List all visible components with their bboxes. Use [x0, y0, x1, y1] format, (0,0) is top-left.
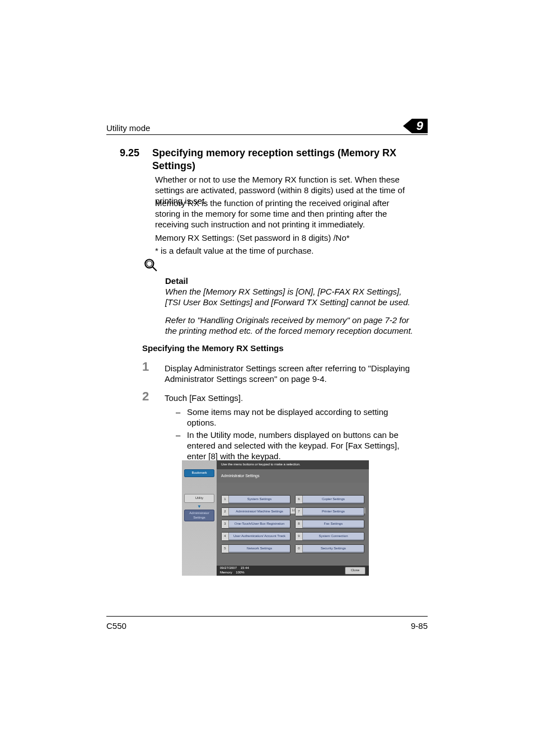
- button-number: 3: [222, 520, 229, 528]
- running-header-text: Utility mode: [106, 123, 150, 133]
- ts-instruction-bar: Use the menu buttons or keypad to make a…: [217, 460, 369, 469]
- button-label: Security Settings: [305, 547, 364, 551]
- ts-breadcrumb-text: Administrator Settings: [221, 474, 259, 479]
- close-button[interactable]: Close: [345, 567, 366, 575]
- ts-button-grid: 1 System Settings 6 Copier Settings 2 Ad…: [221, 495, 364, 553]
- button-number: 0: [296, 545, 303, 553]
- bookmark-tab[interactable]: Bookmark: [184, 469, 214, 477]
- step-2: 2 Touch [Fax Settings]. – Some items may…: [142, 393, 414, 463]
- paragraph-4: * is a default value at the time of purc…: [155, 245, 414, 256]
- network-settings-button[interactable]: 5 Network Settings: [221, 544, 291, 553]
- button-label: Printer Settings: [305, 510, 364, 514]
- page-footer: C550 9-85: [106, 616, 428, 631]
- system-connection-button[interactable]: 9 System Connection: [295, 532, 364, 541]
- fax-settings-button[interactable]: 8 Fax Settings: [295, 520, 364, 529]
- detail-label: Detail: [165, 276, 414, 286]
- step-2-bullet-2: – In the Utility mode, numbers displayed…: [176, 430, 414, 462]
- step-1-text: Display Administrator Settings screen af…: [165, 363, 410, 384]
- printer-settings-button[interactable]: 7 Printer Settings: [295, 507, 364, 516]
- subheading: Specifying the Memory RX Settings: [142, 343, 414, 353]
- button-label: User Authentication/ Account Track: [231, 534, 290, 539]
- step-2-number: 2: [142, 390, 153, 463]
- button-label: System Settings: [231, 497, 290, 502]
- button-number: 4: [222, 533, 229, 540]
- chapter-number: 9: [412, 119, 428, 133]
- status-mem-label: Memory: [220, 571, 232, 574]
- copier-settings-button[interactable]: 6 Copier Settings: [295, 495, 364, 504]
- button-number: 9: [296, 533, 303, 540]
- button-number: 6: [296, 496, 303, 503]
- touchscreen-figure: Bookmark Utility ▼ Administrator Setting…: [182, 460, 369, 576]
- admin-settings-button[interactable]: Administrator Settings: [184, 510, 214, 521]
- button-label: System Connection: [305, 534, 364, 539]
- down-arrow-icon: ▼: [182, 504, 217, 510]
- page: Utility mode 9 9.25 Specifying memory re…: [0, 0, 534, 756]
- step-1: 1 Display Administrator Settings screen …: [142, 363, 414, 384]
- step-2-bullet-2-text: In the Utility mode, numbers displayed o…: [187, 430, 414, 462]
- step-2-bullet-1-text: Some items may not be displayed accordin…: [187, 407, 414, 428]
- magnifier-icon: [143, 258, 158, 272]
- status-left: 09/27/2007 15:44 Memory 100%: [220, 566, 249, 575]
- chapter-badge: 9: [403, 119, 428, 133]
- admin-machine-settings-button[interactable]: 2 Administrator/ Machine Settings: [221, 507, 291, 516]
- button-label: Administrator/ Machine Settings: [231, 510, 290, 514]
- utility-button[interactable]: Utility: [184, 494, 214, 503]
- detail-text-1: When the [Memory RX Settings] is [ON], […: [165, 286, 414, 307]
- running-header: Utility mode 9: [106, 119, 428, 135]
- dash-icon: –: [176, 407, 182, 428]
- step-1-number: 1: [142, 361, 153, 384]
- button-number: 8: [296, 520, 303, 528]
- one-touch-user-box-button[interactable]: 3 One-Touch/User Box Registration: [221, 520, 291, 529]
- footer-right: 9-85: [411, 620, 428, 631]
- step-2-text: Touch [Fax Settings].: [165, 393, 243, 403]
- paragraph-3: Memory RX Settings: (Set password in 8 d…: [155, 232, 414, 243]
- button-number: 1: [222, 496, 229, 503]
- ts-left-panel: Bookmark Utility ▼ Administrator Setting…: [182, 460, 217, 576]
- paragraph-2: Memory RX is the function of printing th…: [155, 198, 414, 230]
- system-settings-button[interactable]: 1 System Settings: [221, 495, 291, 504]
- button-label: Network Settings: [231, 547, 290, 551]
- button-label: Copier Settings: [305, 497, 364, 502]
- button-number: 7: [296, 508, 303, 516]
- button-number: 5: [222, 545, 229, 553]
- user-auth-account-track-button[interactable]: 4 User Authentication/ Account Track: [221, 532, 291, 541]
- button-number: 2: [222, 508, 229, 516]
- ts-breadcrumb: Administrator Settings: [217, 469, 369, 483]
- step-2-bullet-1: – Some items may not be displayed accord…: [176, 407, 414, 428]
- dash-icon: –: [176, 430, 182, 462]
- section-heading: 9.25 Specifying memory reception setting…: [120, 147, 414, 172]
- ts-instruction-text: Use the menu buttons or keypad to make a…: [221, 463, 301, 467]
- step-2-bullets: – Some items may not be displayed accord…: [165, 407, 414, 461]
- status-mem: 100%: [236, 571, 244, 574]
- status-time: 15:44: [241, 566, 249, 570]
- section-title: Specifying memory reception settings (Me…: [152, 147, 414, 172]
- button-label: One-Touch/User Box Registration: [231, 522, 290, 526]
- svg-line-2: [152, 267, 157, 271]
- button-label: Fax Settings: [305, 522, 364, 526]
- section-number: 9.25: [120, 147, 142, 160]
- footer-left: C550: [106, 620, 127, 631]
- detail-text-2: Refer to "Handling Originals received by…: [165, 315, 414, 336]
- chapter-badge-triangle-icon: [403, 119, 412, 133]
- detail-block: Detail When the [Memory RX Settings] is …: [165, 276, 414, 336]
- ts-status-bar: 09/27/2007 15:44 Memory 100% Close: [217, 566, 369, 576]
- ts-main-area: 1/2 ↑ ← Back For- ward → ↓ 1 System Sett…: [217, 483, 369, 566]
- security-settings-button[interactable]: 0 Security Settings: [295, 544, 364, 553]
- svg-point-1: [147, 261, 152, 267]
- status-date: 09/27/2007: [220, 566, 237, 570]
